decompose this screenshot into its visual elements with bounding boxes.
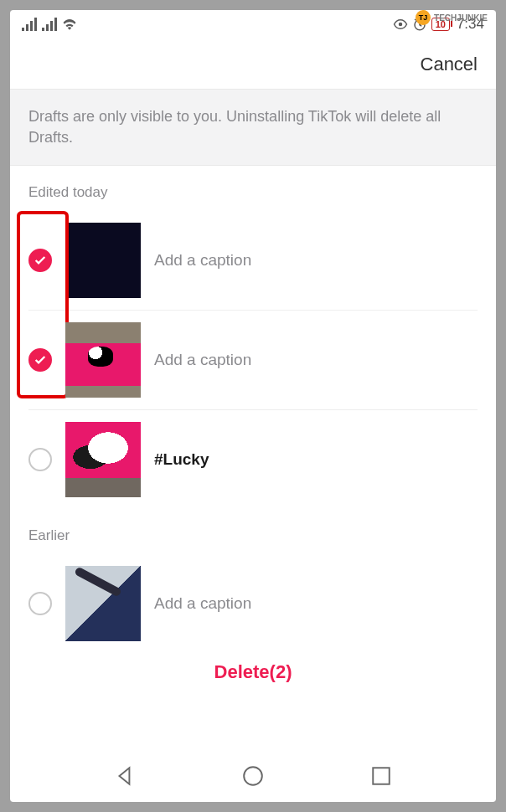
draft-selector[interactable] (28, 592, 52, 615)
check-icon (34, 353, 47, 367)
draft-caption: Add a caption (154, 251, 251, 270)
wifi-icon (62, 18, 77, 30)
svg-point-2 (244, 767, 262, 785)
draft-list-earlier: Add a caption (10, 554, 496, 653)
draft-list-today: Add a caption Add a caption #Lucky (10, 211, 496, 509)
eye-icon (393, 17, 408, 32)
draft-thumbnail[interactable] (65, 223, 141, 298)
section-header-earlier: Earlier (10, 509, 496, 554)
delete-button[interactable]: Delete(2) (10, 653, 496, 691)
draft-selector[interactable] (28, 249, 52, 272)
draft-thumbnail[interactable] (65, 322, 141, 398)
draft-thumbnail[interactable] (65, 566, 141, 641)
svg-point-0 (398, 23, 402, 27)
header: Cancel (10, 39, 496, 89)
draft-caption: #Lucky (154, 450, 209, 469)
nav-recent-icon[interactable] (370, 765, 392, 787)
nav-back-icon[interactable] (114, 765, 136, 787)
draft-selector[interactable] (28, 348, 52, 372)
draft-row[interactable]: Add a caption (28, 311, 478, 410)
nav-home-icon[interactable] (242, 765, 264, 787)
watermark: TJ TECHJUNKIE (416, 10, 488, 25)
watermark-text: TECHJUNKIE (434, 13, 488, 23)
signal-icon-2 (42, 18, 57, 31)
watermark-badge: TJ (416, 10, 431, 25)
draft-row[interactable]: Add a caption (28, 554, 478, 653)
status-left (22, 18, 77, 31)
device-frame: TJ TECHJUNKIE 10 7:34 Cancel Drafts are … (10, 10, 496, 802)
cancel-button[interactable]: Cancel (421, 54, 478, 75)
svg-rect-3 (374, 768, 390, 784)
draft-row[interactable]: #Lucky (28, 410, 478, 509)
draft-caption: Add a caption (154, 594, 251, 613)
draft-selector[interactable] (28, 448, 52, 471)
nav-bar (10, 750, 496, 802)
section-header-today: Edited today (10, 166, 496, 211)
draft-thumbnail[interactable] (65, 422, 141, 497)
signal-icon-1 (22, 18, 37, 31)
info-banner: Drafts are only visible to you. Uninstal… (10, 89, 496, 166)
draft-caption: Add a caption (154, 351, 251, 369)
check-icon (34, 254, 47, 267)
draft-row[interactable]: Add a caption (28, 211, 478, 311)
